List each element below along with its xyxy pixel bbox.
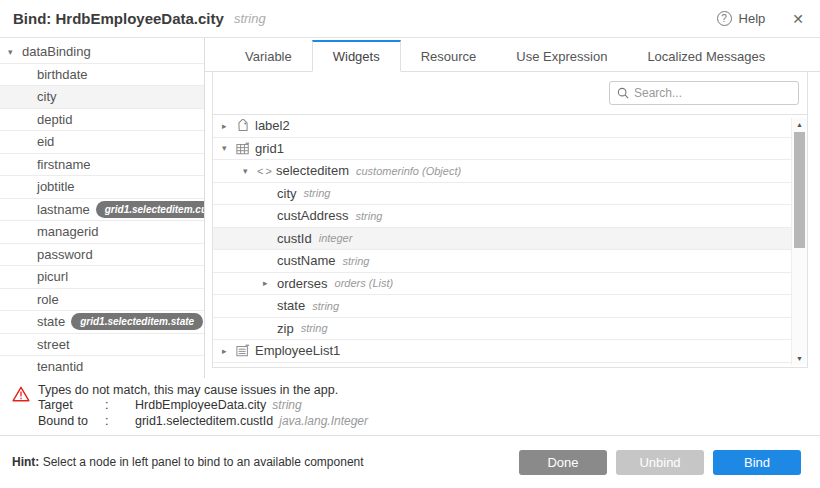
scroll-up-icon[interactable]: ▲ — [796, 118, 803, 131]
warning-icon — [12, 386, 30, 406]
chevron-down-icon[interactable]: ▾ — [222, 143, 236, 153]
search-icon — [617, 87, 629, 99]
search-row — [213, 72, 807, 115]
tree-node-type: string — [343, 255, 370, 267]
tree-node-type: integer — [319, 232, 353, 244]
list-icon — [236, 344, 255, 357]
separator: : — [105, 414, 135, 430]
help-icon[interactable]: ? — [717, 11, 732, 26]
search-box — [609, 81, 799, 105]
sidebar-item-lastname[interactable]: lastname grid1.selecteditem.custName — [0, 199, 204, 222]
help-link[interactable]: Help — [739, 11, 766, 26]
tree-node-label: custName — [277, 253, 336, 268]
header-actions: ? Help ✕ — [717, 11, 804, 27]
tree-node-type: string — [301, 322, 328, 334]
hint-label: Hint: — [12, 455, 39, 469]
sidebar-item-label: jobtitle — [37, 179, 75, 194]
sidebar-item-deptid[interactable]: deptid — [0, 109, 204, 132]
sidebar-item-eid[interactable]: eid — [0, 131, 204, 154]
binding-source-panel: Variable Widgets Resource Use Expression… — [205, 38, 820, 378]
close-icon[interactable]: ✕ — [792, 11, 804, 27]
tree-node-label: selecteditem — [276, 163, 349, 178]
sidebar-item-label: city — [37, 89, 57, 104]
tree-node-label: zip — [277, 321, 294, 336]
sidebar-item-label: lastname — [37, 202, 90, 217]
tree-node-label: state — [277, 298, 305, 313]
tree-row-custaddress[interactable]: custAddress string — [213, 205, 791, 228]
tree-node-type: string — [304, 187, 331, 199]
tree-row-selecteditem[interactable]: ▾ <> selecteditem customerinfo (Object) — [213, 160, 791, 183]
tree-node-type: string — [356, 210, 383, 222]
tab-localized-messages[interactable]: Localized Messages — [627, 42, 785, 71]
sidebar-item-city[interactable]: city — [0, 86, 204, 109]
tree-node-label: grid1 — [255, 141, 284, 156]
target-type: string — [272, 398, 301, 412]
warning-target-row: Target : HrdbEmployeeData.citystring — [38, 398, 820, 414]
tree-row-custid[interactable]: custId integer — [213, 228, 791, 251]
tree-row-state[interactable]: state string — [213, 295, 791, 318]
dialog-header: Bind: HrdbEmployeeData.city string ? Hel… — [0, 0, 820, 38]
warning-bound-row: Bound to : grid1.selecteditem.custIdjava… — [38, 414, 820, 430]
bound-label: Bound to — [38, 414, 105, 430]
tree-row-custname[interactable]: custName string — [213, 250, 791, 273]
done-button[interactable]: Done — [519, 450, 607, 475]
tree-node-label: city — [277, 186, 297, 201]
dialog-body: ▾ dataBinding birthdate city deptid eid … — [0, 38, 820, 378]
tab-variable[interactable]: Variable — [225, 42, 312, 71]
sidebar-item-password[interactable]: password — [0, 244, 204, 267]
bound-type: java.lang.Integer — [279, 414, 368, 428]
sidebar-item-firstname[interactable]: firstname — [0, 154, 204, 177]
dialog-title-type: string — [234, 11, 266, 26]
scroll-down-icon[interactable]: ▼ — [796, 352, 803, 365]
tree-row-grid1[interactable]: ▾ grid1 — [213, 138, 791, 161]
code-icon: <> — [257, 165, 276, 177]
bind-button[interactable]: Bind — [713, 450, 801, 475]
tree-row-orderses[interactable]: ▸ orderses orders (List) — [213, 273, 791, 296]
tree-row-label2[interactable]: ▸ label2 — [213, 115, 791, 138]
chevron-right-icon[interactable]: ▸ — [263, 278, 277, 288]
sidebar-item-jobtitle[interactable]: jobtitle — [0, 176, 204, 199]
hint-text: Hint: Select a node in left panel to bin… — [12, 455, 364, 469]
sidebar-item-label: picurl — [37, 269, 68, 284]
tree-row-zip[interactable]: zip string — [213, 318, 791, 341]
scrollbar-thumb[interactable] — [794, 132, 805, 248]
unbind-button[interactable]: Unbind — [616, 450, 704, 475]
search-input[interactable] — [634, 86, 791, 100]
target-path: HrdbEmployeeData.city — [135, 398, 266, 412]
sidebar-item-birthdate[interactable]: birthdate — [0, 64, 204, 87]
tree-row-city[interactable]: city string — [213, 183, 791, 206]
tab-use-expression[interactable]: Use Expression — [496, 42, 627, 71]
tree-node-type: customerinfo (Object) — [356, 165, 461, 177]
tree-scrollbar[interactable]: ▲ ▼ — [791, 118, 807, 365]
sidebar-item-label: firstname — [37, 157, 90, 172]
sidebar-item-managerid[interactable]: managerid — [0, 221, 204, 244]
tab-resource[interactable]: Resource — [401, 42, 497, 71]
chevron-right-icon[interactable]: ▸ — [222, 121, 236, 131]
separator: : — [105, 398, 135, 414]
sidebar-item-label: eid — [37, 134, 54, 149]
binding-badge: grid1.selecteditem.custName — [96, 201, 205, 218]
footer-buttons: Done Unbind Bind — [519, 450, 801, 475]
sidebar-item-tenantid[interactable]: tenantid — [0, 356, 204, 378]
sidebar-item-label: tenantid — [37, 359, 83, 374]
grid-icon — [236, 142, 255, 155]
chevron-right-icon[interactable]: ▸ — [222, 346, 236, 356]
widgets-tree-panel: ▸ label2 ▾ — [212, 72, 808, 368]
tree-node-label: orderses — [277, 276, 328, 291]
dialog-footer: Hint: Select a node in left panel to bin… — [0, 435, 820, 488]
sidebar-item-street[interactable]: street — [0, 334, 204, 357]
tree-node-type: string — [312, 300, 339, 312]
chevron-down-icon[interactable]: ▾ — [8, 47, 22, 57]
sidebar-item-role[interactable]: role — [0, 289, 204, 312]
tab-bar: Variable Widgets Resource Use Expression… — [205, 38, 820, 72]
sidebar-item-label: role — [37, 292, 59, 307]
sidebar-item-state[interactable]: state grid1.selecteditem.state — [0, 311, 204, 334]
hint-body: Select a node in left panel to bind to a… — [39, 455, 363, 469]
tree-row-employeelist1[interactable]: ▸ EmployeeList1 — [213, 340, 791, 363]
target-label: Target — [38, 398, 105, 414]
sidebar-item-databinding[interactable]: ▾ dataBinding — [0, 41, 204, 64]
sidebar-item-picurl[interactable]: picurl — [0, 266, 204, 289]
tab-widgets[interactable]: Widgets — [312, 40, 401, 72]
chevron-down-icon[interactable]: ▾ — [243, 166, 257, 176]
sidebar-item-label: deptid — [37, 112, 72, 127]
